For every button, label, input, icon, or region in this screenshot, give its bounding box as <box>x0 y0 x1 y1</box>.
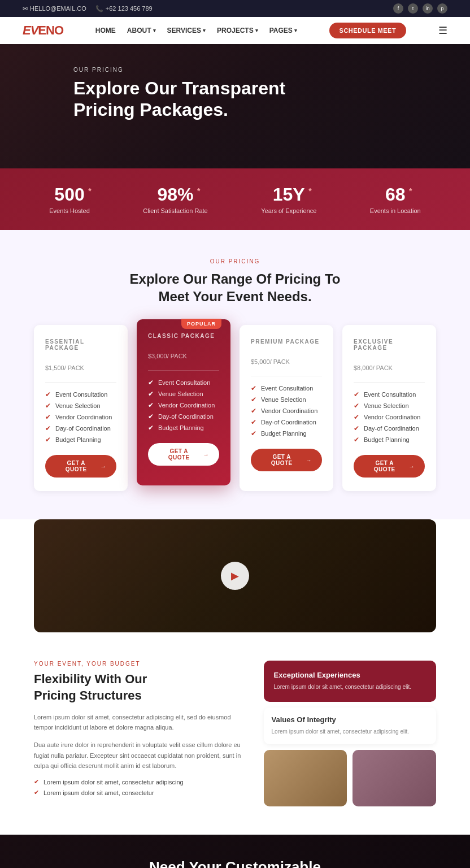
check-icon: ✔ <box>148 424 154 432</box>
check-icon: ✔ <box>45 390 51 398</box>
feature-item: ✔Budget Planning <box>251 429 322 437</box>
card-dark-text: Lorem ipsum dolor sit amet, consectetur … <box>274 683 426 692</box>
check-icon: ✔ <box>354 390 359 398</box>
checklist-item: ✔Lorem ipsum dolor sit amet, consectetur… <box>34 778 241 785</box>
logo[interactable]: EVENO <box>23 23 63 38</box>
features-premium: ✔Event Consultation ✔Venue Selection ✔Ve… <box>251 384 322 437</box>
check-icon: ✔ <box>148 413 154 420</box>
feature-item: ✔Vendor Coordination <box>148 401 219 409</box>
check-icon: ✔ <box>251 407 256 415</box>
card-dark-exceptional: Exceptional Experiences Lorem ipsum dolo… <box>264 661 436 702</box>
quote-btn-exclusive[interactable]: GET A QUOTE → <box>354 455 425 478</box>
pricing-card-classic: POPULAR CLASSIC PACKAGE $3,000/ PACK ✔Ev… <box>137 319 230 485</box>
quote-btn-classic[interactable]: GET A QUOTE → <box>148 443 219 466</box>
feature-item: ✔Budget Planning <box>148 424 219 432</box>
price-exclusive: $8,000/ PACK <box>354 357 425 374</box>
feature-item: ✔Venue Selection <box>45 402 116 410</box>
hamburger-icon[interactable]: ☰ <box>438 24 447 37</box>
package-name-essential: ESSENTIAL PACKAGE <box>45 338 116 351</box>
check-icon: ✔ <box>251 418 256 426</box>
price-essential: $1,500/ PACK <box>45 357 116 374</box>
check-icon: ✔ <box>34 789 39 796</box>
flexibility-left: YOUR EVENT, YOUR BUDGET Flexibility With… <box>34 661 241 796</box>
popular-badge: POPULAR <box>181 319 221 329</box>
check-icon: ✔ <box>34 778 39 785</box>
cta-content: Need Your Customizable Events Pricing ? … <box>149 858 321 868</box>
hero-label: OUR PRICING <box>73 67 397 73</box>
price-classic: $3,000/ PACK <box>148 345 219 362</box>
quote-btn-essential[interactable]: GET A QUOTE → <box>45 455 116 478</box>
features-essential: ✔Event Consultation ✔Venue Selection ✔Ve… <box>45 390 116 444</box>
facebook-icon[interactable]: f <box>393 3 403 14</box>
stats-bar: 500* Events Hosted 98%* Client Satisfact… <box>0 168 470 230</box>
twitter-icon[interactable]: t <box>408 3 418 14</box>
check-icon: ✔ <box>45 402 51 410</box>
pricing-card-premium: PREMIUM PACKAGE $5,000/ PACK ✔Event Cons… <box>240 325 333 491</box>
feature-item: ✔Venue Selection <box>148 390 219 398</box>
video-thumbnail: ▶ <box>34 519 436 632</box>
pricing-title: Explore Our Range Of Pricing To Meet You… <box>34 270 436 305</box>
feature-item: ✔Event Consultation <box>251 384 322 392</box>
check-icon: ✔ <box>251 384 256 392</box>
check-icon: ✔ <box>251 429 256 437</box>
features-exclusive: ✔Event Consultation ✔Venue Selection ✔Ve… <box>354 390 425 444</box>
services-chevron: ▾ <box>203 28 206 33</box>
nav-services[interactable]: SERVICES ▾ <box>167 27 206 34</box>
stat-experience: 15Y* Years of Experience <box>261 184 316 214</box>
check-icon: ✔ <box>251 396 256 403</box>
quote-btn-premium[interactable]: GET A QUOTE → <box>251 449 322 471</box>
nav-links: HOME ABOUT ▾ SERVICES ▾ PROJECTS ▾ PAGES… <box>95 27 297 34</box>
right-images <box>264 750 436 806</box>
pricing-label: OUR PRICING <box>34 258 436 264</box>
package-name-classic: CLASSIC PACKAGE <box>148 333 219 339</box>
flexibility-right: Exceptional Experiences Lorem ipsum dolo… <box>264 661 436 806</box>
feature-item: ✔Event Consultation <box>354 390 425 398</box>
stat-satisfaction: 98%* Client Satisfaction Rate <box>143 184 207 214</box>
check-icon: ✔ <box>354 436 359 444</box>
feature-item: ✔Budget Planning <box>45 436 116 444</box>
arrow-icon: → <box>409 463 415 470</box>
feature-item: ✔Vendor Coordination <box>45 413 116 421</box>
check-icon: ✔ <box>45 436 51 444</box>
check-icon: ✔ <box>148 390 154 398</box>
feature-item: ✔Event Consultation <box>148 379 219 387</box>
feature-item: ✔Vendor Coordination <box>354 413 425 421</box>
pricing-card-exclusive: EXCLUSIVE PACKAGE $8,000/ PACK ✔Event Co… <box>342 325 436 491</box>
card-white-title: Values Of Integrity <box>272 715 428 724</box>
play-button[interactable]: ▶ <box>221 562 249 590</box>
flexibility-text2: Dua aute irure dolor in reprehenderit in… <box>34 740 241 771</box>
flexibility-section: YOUR EVENT, YOUR BUDGET Flexibility With… <box>0 632 470 835</box>
check-icon: ✔ <box>148 401 154 409</box>
feature-item: ✔Vendor Coordination <box>251 407 322 415</box>
phone-icon: 📞 <box>95 5 103 12</box>
linkedin-icon[interactable]: in <box>423 3 433 14</box>
phone-contact: 📞 +62 123 456 789 <box>95 5 153 12</box>
feature-item: ✔Venue Selection <box>354 402 425 410</box>
feature-item: ✔Venue Selection <box>251 396 322 403</box>
projects-chevron: ▾ <box>255 28 258 33</box>
arrow-icon: → <box>203 452 210 458</box>
checklist-item: ✔Lorem ipsum dolor sit amet, consectetur <box>34 789 241 796</box>
pages-chevron: ▾ <box>294 28 297 33</box>
arrow-icon: → <box>101 463 107 470</box>
video-section: ▶ <box>34 519 436 632</box>
image-restaurant <box>264 750 347 806</box>
nav-pages[interactable]: PAGES ▾ <box>269 27 297 34</box>
package-name-premium: PREMIUM PACKAGE <box>251 338 322 345</box>
hero-section: OUR PRICING Explore Our Transparent Pric… <box>0 44 470 168</box>
feature-item: ✔Day-of Coordination <box>354 424 425 432</box>
pricing-section: OUR PRICING Explore Our Range Of Pricing… <box>0 230 470 519</box>
feature-item: ✔Day-of Coordination <box>251 418 322 426</box>
check-icon: ✔ <box>354 413 359 421</box>
top-bar: ✉ HELLO@EMAIL.CO 📞 +62 123 456 789 f t i… <box>0 0 470 17</box>
price-premium: $5,000/ PACK <box>251 350 322 368</box>
pinterest-icon[interactable]: p <box>437 3 447 14</box>
nav-projects[interactable]: PROJECTS ▾ <box>217 27 258 34</box>
stat-locations: 68* Events in Location <box>370 184 421 214</box>
schedule-meet-button[interactable]: SCHEDULE MEET <box>329 23 407 38</box>
nav-about[interactable]: ABOUT ▾ <box>127 27 156 34</box>
card-dark-title: Exceptional Experiences <box>274 671 426 679</box>
nav-home[interactable]: HOME <box>95 27 116 34</box>
flexibility-text1: Lorem ipsum dolor sit amet, consectetur … <box>34 712 241 733</box>
check-icon: ✔ <box>45 424 51 432</box>
